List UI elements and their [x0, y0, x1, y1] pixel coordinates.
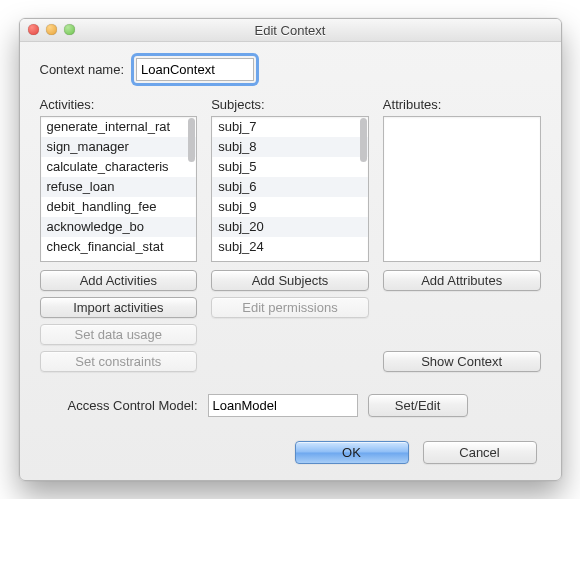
- focus-ring: [134, 56, 256, 83]
- acm-input[interactable]: [208, 394, 358, 417]
- context-name-label: Context name:: [40, 62, 125, 77]
- columns: Activities: generate_internal_rat sign_m…: [40, 97, 541, 372]
- list-item[interactable]: generate_internal_rat: [41, 117, 197, 137]
- list-item[interactable]: sign_manager: [41, 137, 197, 157]
- set-data-usage-button: Set data usage: [40, 324, 198, 345]
- cancel-button[interactable]: Cancel: [423, 441, 537, 464]
- add-attributes-button[interactable]: Add Attributes: [383, 270, 541, 291]
- list-item[interactable]: subj_5: [212, 157, 368, 177]
- set-constraints-button: Set constraints: [40, 351, 198, 372]
- add-activities-button[interactable]: Add Activities: [40, 270, 198, 291]
- attributes-label: Attributes:: [383, 97, 541, 112]
- edit-permissions-button: Edit permissions: [211, 297, 369, 318]
- list-item[interactable]: check_financial_stat: [41, 237, 197, 257]
- scrollbar[interactable]: [359, 118, 367, 260]
- subjects-column: Subjects: subj_7 subj_8 subj_5 subj_6 su…: [211, 97, 369, 372]
- attributes-listbox[interactable]: [383, 116, 541, 262]
- window-title: Edit Context: [20, 23, 561, 38]
- spacer: [383, 317, 541, 343]
- window-controls: [28, 24, 75, 35]
- dialog-window: Edit Context Context name: Activities: g…: [19, 18, 562, 481]
- list-item[interactable]: subj_8: [212, 137, 368, 157]
- zoom-icon[interactable]: [64, 24, 75, 35]
- dialog-content: Context name: Activities: generate_inter…: [20, 42, 561, 480]
- list-item[interactable]: calculate_characteris: [41, 157, 197, 177]
- activities-listbox[interactable]: generate_internal_rat sign_manager calcu…: [40, 116, 198, 262]
- list-item[interactable]: subj_24: [212, 237, 368, 257]
- show-context-button[interactable]: Show Context: [383, 351, 541, 372]
- list-item[interactable]: debit_handling_fee: [41, 197, 197, 217]
- access-control-model-row: Access Control Model: Set/Edit: [68, 394, 541, 417]
- list-item[interactable]: subj_6: [212, 177, 368, 197]
- acm-label: Access Control Model:: [68, 398, 198, 413]
- subjects-listbox[interactable]: subj_7 subj_8 subj_5 subj_6 subj_9 subj_…: [211, 116, 369, 262]
- subjects-label: Subjects:: [211, 97, 369, 112]
- minimize-icon[interactable]: [46, 24, 57, 35]
- activities-column: Activities: generate_internal_rat sign_m…: [40, 97, 198, 372]
- scrollbar-thumb[interactable]: [360, 118, 367, 162]
- list-item[interactable]: subj_9: [212, 197, 368, 217]
- set-edit-button[interactable]: Set/Edit: [368, 394, 468, 417]
- import-activities-button[interactable]: Import activities: [40, 297, 198, 318]
- dialog-footer: OK Cancel: [40, 441, 541, 464]
- spacer: [383, 291, 541, 317]
- list-item[interactable]: acknowledge_bo: [41, 217, 197, 237]
- activities-label: Activities:: [40, 97, 198, 112]
- attributes-column: Attributes: Add Attributes Show Context: [383, 97, 541, 372]
- list-item[interactable]: subj_20: [212, 217, 368, 237]
- list-item[interactable]: refuse_loan: [41, 177, 197, 197]
- titlebar: Edit Context: [20, 19, 561, 42]
- scrollbar-thumb[interactable]: [188, 118, 195, 162]
- scrollbar[interactable]: [187, 118, 195, 260]
- add-subjects-button[interactable]: Add Subjects: [211, 270, 369, 291]
- close-icon[interactable]: [28, 24, 39, 35]
- context-name-row: Context name:: [40, 56, 541, 83]
- context-name-input[interactable]: [136, 58, 254, 81]
- ok-button[interactable]: OK: [295, 441, 409, 464]
- list-item[interactable]: subj_7: [212, 117, 368, 137]
